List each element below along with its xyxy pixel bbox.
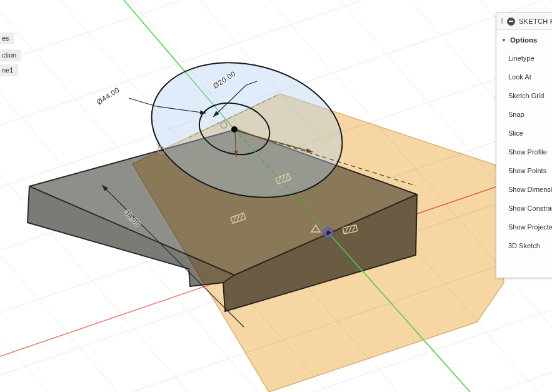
palette-item-show-constraints[interactable]: Show Constrain xyxy=(496,199,552,218)
palette-item-show-profile[interactable]: Show Profile xyxy=(496,143,552,161)
options-label: Options xyxy=(510,36,537,44)
palette-item-snap[interactable]: Snap xyxy=(496,105,552,124)
palette-item-show-points[interactable]: Show Points xyxy=(496,161,552,180)
sketch-palette-title: SKETCH PAL xyxy=(519,18,552,25)
edge-label-label-ne1[interactable]: ne1 xyxy=(0,64,18,76)
options-section-header[interactable]: ▼ Options xyxy=(496,30,552,48)
palette-item-show-projected[interactable]: Show Projected xyxy=(496,218,552,236)
palette-item-sketch-grid[interactable]: Sketch Grid xyxy=(496,86,552,105)
palette-item-list: LinetypeLook AtSketch GridSnapSliceShow … xyxy=(496,48,552,255)
dimension-outer-diameter-label[interactable]: Ø44.00 xyxy=(96,86,121,106)
drag-grip-icon[interactable]: ‖ xyxy=(500,18,503,25)
sketch-palette-header[interactable]: ‖ SKETCH PAL xyxy=(496,13,552,30)
sketch-fixed-point[interactable] xyxy=(323,227,334,238)
palette-item-3d-sketch[interactable]: 3D Sketch xyxy=(496,236,552,255)
palette-item-slice[interactable]: Slice xyxy=(496,124,552,143)
minimize-circle-icon[interactable] xyxy=(507,18,515,26)
edge-label-label-es[interactable]: es xyxy=(0,33,14,44)
sketch-palette-panel: ‖ SKETCH PAL ▼ Options LinetypeLook AtSk… xyxy=(496,13,552,278)
palette-item-look-at[interactable]: Look At xyxy=(496,68,552,86)
sketch-center-point[interactable] xyxy=(231,126,238,133)
palette-item-linetype[interactable]: Linetype xyxy=(496,49,552,68)
cad-sketch-viewport-page: { "palette": { "title": "SKETCH PAL", "g… xyxy=(0,0,552,392)
chevron-down-icon: ▼ xyxy=(501,38,506,43)
viewport-canvas[interactable]: Ø44.00Ø20.0038.00 xyxy=(0,0,552,392)
edge-label-label-ction[interactable]: ction xyxy=(0,49,21,61)
palette-item-show-dimensions[interactable]: Show Dimensio xyxy=(496,180,552,199)
